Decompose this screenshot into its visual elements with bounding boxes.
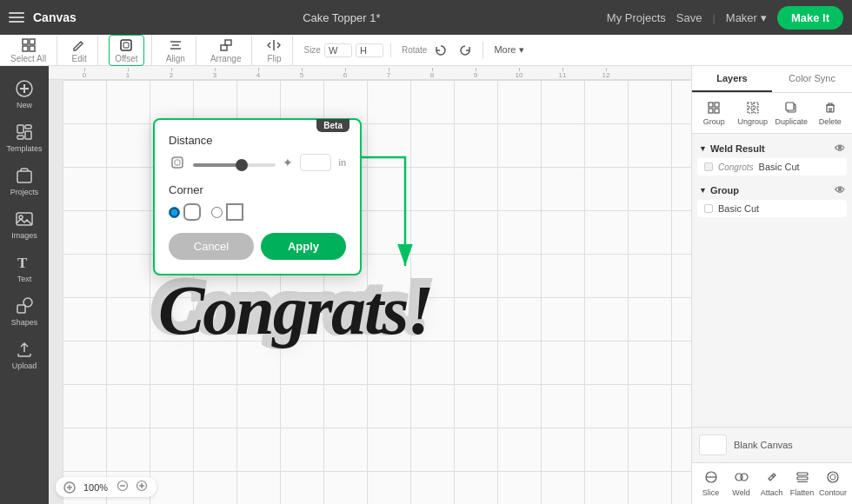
svg-rect-22: [17, 305, 25, 313]
svg-rect-24: [172, 157, 183, 168]
chevron-down-icon-2: ▼: [699, 186, 707, 195]
divider: |: [712, 11, 715, 24]
group-layer-dot: [704, 204, 713, 213]
images-icon: [14, 209, 35, 229]
svg-rect-40: [754, 103, 758, 107]
chevron-down-icon: ▼: [699, 144, 707, 153]
group-header[interactable]: ▼ Group 👁: [697, 181, 847, 200]
arrange-icon: [218, 37, 234, 53]
flip-button[interactable]: Flip: [263, 36, 285, 65]
maker-button[interactable]: Maker ▾: [726, 11, 767, 24]
attach-icon: [765, 470, 779, 487]
sidebar-text-label: Text: [17, 275, 32, 283]
ruler-mark-2: 2: [150, 68, 193, 79]
right-panel-actions: Group Ungroup Duplicate Delete: [692, 93, 852, 134]
corner-square-option[interactable]: [211, 203, 243, 221]
align-button[interactable]: Align: [163, 36, 189, 65]
svg-rect-14: [17, 125, 23, 133]
group-button[interactable]: Group: [696, 96, 733, 129]
blank-canvas-swatch[interactable]: [699, 434, 727, 455]
corner-square-radio[interactable]: [211, 207, 223, 218]
flatten-icon: [795, 470, 809, 487]
svg-rect-17: [17, 136, 23, 139]
left-sidebar: New Templates Projects Images T Text: [0, 66, 49, 504]
weld-result-item[interactable]: Congrots Basic Cut: [697, 158, 847, 176]
congrats-text[interactable]: Congrats!: [158, 271, 432, 350]
make-it-button[interactable]: Make It: [777, 6, 843, 30]
group-eye-icon[interactable]: 👁: [835, 184, 845, 196]
chevron-down-icon: ▾: [761, 11, 767, 24]
align-icon: [168, 37, 183, 53]
distance-slider-container[interactable]: [193, 155, 276, 170]
arrange-button[interactable]: Arrange: [207, 36, 245, 65]
weld-button[interactable]: Weld: [726, 467, 756, 501]
svg-rect-2: [23, 46, 28, 51]
svg-rect-52: [797, 481, 808, 482]
slice-button[interactable]: Slice: [696, 467, 726, 501]
rotate-ccw-button[interactable]: [430, 42, 451, 59]
canvas-area[interactable]: 0 1 2 3 4 5 6 7 8 9 10 11 12 Congrats! C…: [49, 66, 691, 504]
ungroup-icon: [745, 100, 761, 116]
sidebar-item-templates[interactable]: Templates: [3, 116, 45, 158]
weld-result-group[interactable]: ▼ Weld Result 👁: [697, 139, 847, 158]
zoom-fit-icon: [63, 481, 77, 494]
delete-button[interactable]: Delete: [812, 96, 849, 129]
select-all-button[interactable]: Select All: [7, 36, 50, 65]
corner-round-radio[interactable]: [169, 207, 180, 218]
toolbar-group-edit: Edit: [68, 36, 98, 65]
zoom-plus-button[interactable]: [134, 480, 150, 494]
duplicate-button[interactable]: Duplicate: [773, 96, 810, 129]
sidebar-item-shapes[interactable]: Shapes: [3, 290, 45, 332]
sidebar-item-images[interactable]: Images: [3, 203, 45, 245]
group-item-label: Basic Cut: [718, 203, 759, 214]
ruler-mark-6: 6: [323, 68, 367, 79]
more-button[interactable]: More ▾: [494, 44, 523, 56]
templates-icon: [14, 122, 35, 143]
contour-button[interactable]: Contour: [817, 467, 849, 501]
my-projects-button[interactable]: My Projects: [607, 11, 666, 24]
rotate-cw-button[interactable]: [455, 42, 476, 59]
distance-value-input[interactable]: 0.1: [300, 154, 331, 171]
hamburger-menu[interactable]: [9, 12, 24, 23]
ungroup-button[interactable]: Ungroup: [735, 96, 772, 129]
layers-list: ▼ Weld Result 👁 Congrots Basic Cut ▼ Gro…: [692, 134, 852, 427]
weld-result-label: Weld Result: [710, 143, 765, 154]
ruler-mark-12: 12: [584, 68, 628, 79]
ruler-mark-5: 5: [280, 68, 323, 79]
distance-slider[interactable]: [193, 163, 276, 167]
attach-button[interactable]: Attach: [756, 467, 787, 501]
toolbar-group-size: Size: [303, 43, 390, 57]
width-input[interactable]: [324, 43, 352, 57]
zoom-minus-button[interactable]: [115, 480, 130, 494]
flatten-button[interactable]: Flatten: [787, 467, 817, 501]
sidebar-item-new[interactable]: New: [3, 73, 45, 115]
ruler-mark-1: 1: [106, 68, 150, 79]
ruler-mark-7: 7: [367, 68, 410, 79]
ruler-mark-10: 10: [497, 68, 541, 79]
sidebar-shapes-label: Shapes: [11, 318, 38, 327]
tab-color-sync[interactable]: Color Sync: [772, 66, 852, 92]
document-title: Cake Topper 1*: [303, 11, 380, 24]
ruler-mark-0: 0: [63, 68, 106, 79]
offset-button[interactable]: Offset: [109, 35, 144, 66]
height-input[interactable]: [356, 43, 383, 57]
save-button[interactable]: Save: [676, 11, 702, 24]
apply-button[interactable]: Apply: [261, 233, 346, 260]
toolbar-group-arrange: Arrange: [207, 36, 253, 65]
edit-button[interactable]: Edit: [68, 36, 90, 65]
sidebar-item-upload[interactable]: Upload: [3, 334, 45, 375]
weld-result-eye-icon[interactable]: 👁: [835, 143, 845, 155]
cancel-button[interactable]: Cancel: [169, 233, 254, 260]
offset-panel: Beta Distance ✦ 0.1 in Corner: [153, 118, 362, 275]
sidebar-item-text[interactable]: T Text: [3, 247, 45, 288]
corner-round-option[interactable]: [169, 203, 201, 221]
group-item[interactable]: Basic Cut: [697, 200, 847, 217]
svg-rect-3: [30, 46, 35, 51]
minus-icon: [116, 480, 129, 492]
svg-rect-42: [754, 109, 758, 113]
canvas-label: Canvas: [33, 10, 77, 24]
svg-rect-25: [175, 160, 180, 165]
tab-layers[interactable]: Layers: [692, 66, 772, 92]
sidebar-item-projects[interactable]: Projects: [3, 160, 45, 202]
plus-icon: [14, 78, 35, 99]
